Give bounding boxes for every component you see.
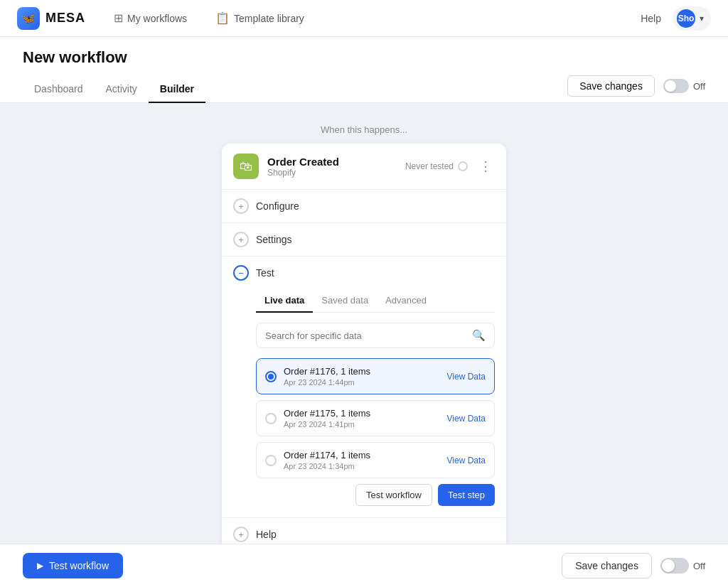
- order-info-3: Order #1174, 1 items Apr 23 2024 1:34pm: [284, 450, 440, 470]
- nav-my-workflows-label: My workflows: [127, 13, 187, 24]
- template-icon: 📋: [215, 11, 230, 25]
- radio-inner-1: [268, 374, 274, 379]
- settings-header[interactable]: + Settings: [222, 223, 506, 256]
- more-options-button[interactable]: ⋮: [476, 158, 495, 174]
- test-step-button[interactable]: Test step: [438, 484, 495, 506]
- order-date-1: Apr 23 2024 1:44pm: [284, 378, 440, 387]
- nav-right: Help Sho ▾: [641, 6, 711, 31]
- user-badge[interactable]: Sho ▾: [673, 6, 711, 31]
- bottom-test-workflow-button[interactable]: ▶ Test workflow: [23, 553, 123, 578]
- bottom-workflow-toggle[interactable]: [660, 558, 689, 573]
- toggle-label: Off: [693, 81, 705, 92]
- bottom-bar: ▶ Test workflow Save changes Off: [0, 544, 728, 587]
- test-collapse-icon: −: [233, 265, 249, 281]
- chevron-down-icon: ▾: [700, 14, 704, 23]
- order-info-2: Order #1175, 1 items Apr 23 2024 1:41pm: [284, 408, 440, 429]
- configure-header[interactable]: + Configure: [222, 190, 506, 222]
- page-header: New workflow Dashboard Activity Builder …: [0, 37, 728, 103]
- settings-label: Settings: [256, 234, 292, 245]
- top-nav: 🦋 MESA ⊞ My workflows 📋 Template library…: [0, 0, 728, 37]
- bottom-save-changes-button[interactable]: Save changes: [562, 553, 652, 578]
- order-radio-1[interactable]: [265, 371, 277, 382]
- nav-template-library-label: Template library: [234, 13, 304, 24]
- order-date-3: Apr 23 2024 1:34pm: [284, 462, 440, 470]
- tab-activity[interactable]: Activity: [95, 76, 149, 103]
- logo[interactable]: 🦋 MESA: [17, 7, 85, 30]
- search-input[interactable]: [265, 330, 466, 341]
- view-data-link-1[interactable]: View Data: [447, 372, 486, 382]
- bottom-right: Save changes Off: [562, 553, 705, 578]
- user-avatar: Sho: [677, 9, 695, 28]
- settings-section: + Settings: [222, 223, 506, 257]
- shopify-icon: 🛍: [233, 154, 259, 179]
- order-item-2[interactable]: Order #1175, 1 items Apr 23 2024 1:41pm …: [256, 400, 495, 436]
- save-changes-button[interactable]: Save changes: [567, 75, 655, 97]
- card-title-area: Order Created Shopify: [267, 156, 397, 178]
- bottom-toggle-knob: [662, 559, 675, 572]
- bottom-toggle-label: Off: [693, 561, 705, 571]
- search-icon: 🔍: [472, 329, 486, 342]
- status-dot: [458, 161, 468, 171]
- settings-expand-icon: +: [233, 232, 249, 247]
- order-date-2: Apr 23 2024 1:41pm: [284, 420, 440, 429]
- tab-saved-data[interactable]: Saved data: [313, 289, 377, 313]
- help-label: Help: [256, 529, 277, 540]
- toggle-knob: [665, 80, 676, 92]
- test-workflow-button[interactable]: Test workflow: [355, 484, 432, 506]
- order-name-3: Order #1174, 1 items: [284, 450, 440, 461]
- workflow-card: 🛍 Order Created Shopify Never tested ⋮ +…: [222, 144, 506, 551]
- tab-builder[interactable]: Builder: [149, 76, 205, 103]
- tab-advanced[interactable]: Advanced: [377, 289, 435, 313]
- bottom-toggle: Off: [660, 558, 705, 573]
- never-tested-label: Never tested: [405, 161, 454, 171]
- configure-label: Configure: [256, 200, 299, 212]
- play-icon: ▶: [37, 561, 43, 571]
- test-actions: Test workflow Test step: [256, 484, 495, 506]
- header-actions: Save changes Off: [567, 75, 705, 102]
- workflows-icon: ⊞: [114, 11, 123, 25]
- main-content: When this happens... 🛍 Order Created Sho…: [0, 103, 728, 587]
- trigger-status: Never tested: [405, 161, 468, 171]
- help-expand-icon: +: [233, 527, 249, 542]
- toggle-container: Off: [663, 79, 705, 93]
- search-box: 🔍: [256, 323, 495, 348]
- order-item-3[interactable]: Order #1174, 1 items Apr 23 2024 1:34pm …: [256, 442, 495, 478]
- view-data-link-2[interactable]: View Data: [447, 414, 486, 424]
- bottom-test-workflow-label: Test workflow: [49, 560, 109, 571]
- configure-section: + Configure: [222, 190, 506, 223]
- test-label: Test: [256, 267, 274, 279]
- order-radio-2[interactable]: [265, 413, 277, 424]
- order-item-1[interactable]: Order #1176, 1 items Apr 23 2024 1:44pm …: [256, 358, 495, 394]
- test-section: − Test Live data Saved data Advanced 🔍: [222, 257, 506, 518]
- order-radio-3[interactable]: [265, 455, 277, 466]
- trigger-title: Order Created: [267, 156, 397, 168]
- view-data-link-3[interactable]: View Data: [447, 456, 486, 465]
- help-link[interactable]: Help: [641, 13, 661, 24]
- tab-dashboard[interactable]: Dashboard: [23, 76, 95, 103]
- nav-template-library[interactable]: 📋 Template library: [210, 7, 310, 29]
- tab-live-data[interactable]: Live data: [256, 289, 313, 313]
- order-name-1: Order #1176, 1 items: [284, 366, 440, 377]
- workflow-toggle[interactable]: [663, 79, 689, 93]
- trigger-subtitle: Shopify: [267, 168, 397, 178]
- logo-text: MESA: [46, 11, 85, 26]
- order-name-2: Order #1175, 1 items: [284, 408, 440, 419]
- order-info-1: Order #1176, 1 items Apr 23 2024 1:44pm: [284, 366, 440, 387]
- test-header[interactable]: − Test: [222, 257, 506, 289]
- page-tabs: Dashboard Activity Builder: [23, 76, 205, 102]
- configure-expand-icon: +: [233, 198, 249, 214]
- page-title: New workflow: [23, 48, 705, 67]
- card-header: 🛍 Order Created Shopify Never tested ⋮: [222, 144, 506, 190]
- test-content: Live data Saved data Advanced 🔍 Order #1…: [222, 289, 506, 517]
- logo-icon: 🦋: [17, 7, 40, 30]
- nav-my-workflows[interactable]: ⊞ My workflows: [108, 7, 193, 29]
- when-label: When this happens...: [321, 124, 407, 135]
- test-inner-tabs: Live data Saved data Advanced: [256, 289, 495, 313]
